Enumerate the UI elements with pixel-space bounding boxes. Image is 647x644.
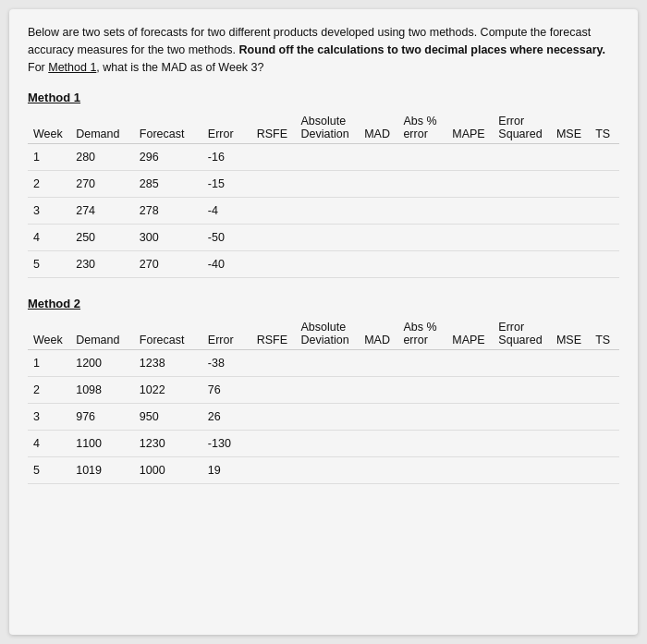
method1-cell-2-3: -15 <box>202 171 251 198</box>
method2-header-row: Week Demand Forecast Error RSFE Absolute… <box>28 318 619 350</box>
method2-cell-4-1: 1100 <box>70 431 134 457</box>
method1-cell-5-11 <box>590 251 619 278</box>
method1-th-error: Error <box>202 112 251 144</box>
method1-th-errsq: Error Squared <box>493 112 551 144</box>
method2-cell-4-11 <box>590 431 619 457</box>
method1-cell-3-3: -4 <box>202 198 251 225</box>
page: Below are two sets of forecasts for two … <box>9 9 638 635</box>
intro-paragraph: Below are two sets of forecasts for two … <box>28 24 619 76</box>
method2-cell-5-3: 19 <box>202 457 251 484</box>
method1-cell-1-7 <box>397 144 446 171</box>
method1-cell-3-0: 3 <box>28 198 70 225</box>
method2-th-mad: MAD <box>359 318 397 350</box>
method1-row-1: 1280296-16 <box>28 144 619 171</box>
method2-row-3: 397695026 <box>28 404 619 431</box>
method1-cell-4-2: 300 <box>134 225 202 251</box>
method2-cell-1-2: 1238 <box>134 350 202 377</box>
method2-cell-1-9 <box>493 350 551 377</box>
method1-cell-5-0: 5 <box>28 251 70 278</box>
method1-cell-5-2: 270 <box>134 251 202 278</box>
method1-th-forecast: Forecast <box>134 112 202 144</box>
method1-cell-1-8 <box>446 144 493 171</box>
method2-cell-3-1: 976 <box>70 404 134 431</box>
intro-method1-ref: Method 1 <box>48 61 96 74</box>
method2-cell-2-0: 2 <box>28 377 70 404</box>
method1-cell-1-4 <box>251 144 296 171</box>
method1-th-absdev: Absolute Deviation <box>296 112 360 144</box>
method1-cell-5-8 <box>446 251 493 278</box>
method1-cell-4-1: 250 <box>70 225 134 251</box>
method1-cell-2-5 <box>296 171 360 198</box>
method1-cell-5-6 <box>359 251 397 278</box>
method2-cell-2-5 <box>296 377 360 404</box>
method1-th-week: Week <box>28 112 70 144</box>
method1-table-wrapper: Week Demand Forecast Error RSFE Absolute… <box>28 112 619 278</box>
method2-row-1: 112001238-38 <box>28 350 619 377</box>
method1-cell-5-10 <box>551 251 590 278</box>
method1-cell-2-9 <box>493 171 551 198</box>
method1-tbody: 1280296-162270285-153274278-44250300-505… <box>28 144 619 278</box>
method1-cell-4-10 <box>551 225 590 251</box>
method1-cell-5-5 <box>296 251 360 278</box>
method1-cell-1-11 <box>590 144 619 171</box>
method1-cell-2-10 <box>551 171 590 198</box>
method2-cell-1-0: 1 <box>28 350 70 377</box>
method2-row-2: 21098102276 <box>28 377 619 404</box>
method2-cell-3-5 <box>296 404 360 431</box>
method1-table: Week Demand Forecast Error RSFE Absolute… <box>28 112 619 278</box>
method2-th-week: Week <box>28 318 70 350</box>
method1-th-demand: Demand <box>70 112 134 144</box>
method2-cell-3-11 <box>590 404 619 431</box>
method2-cell-1-7 <box>397 350 446 377</box>
method1-th-rsfe: RSFE <box>251 112 296 144</box>
method2-cell-3-6 <box>359 404 397 431</box>
method2-cell-4-6 <box>359 431 397 457</box>
method1-th-mse: MSE <box>551 112 590 144</box>
method1-cell-4-9 <box>493 225 551 251</box>
method1-cell-4-5 <box>296 225 360 251</box>
method2-th-abspct-line2: error <box>403 334 441 346</box>
method1-cell-3-6 <box>359 198 397 225</box>
method2-cell-1-5 <box>296 350 360 377</box>
method2-cell-3-9 <box>493 404 551 431</box>
method2-cell-2-6 <box>359 377 397 404</box>
method1-cell-3-11 <box>590 198 619 225</box>
method1-cell-3-9 <box>493 198 551 225</box>
method2-th-abspct-line1: Abs % <box>403 321 441 334</box>
method2-cell-1-8 <box>446 350 493 377</box>
method1-cell-3-8 <box>446 198 493 225</box>
method1-th-abspct: Abs % error <box>397 112 446 144</box>
method2-cell-4-10 <box>551 431 590 457</box>
method1-cell-1-0: 1 <box>28 144 70 171</box>
method2-cell-3-3: 26 <box>202 404 251 431</box>
method2-cell-4-5 <box>296 431 360 457</box>
method2-cell-2-10 <box>551 377 590 404</box>
method1-th-mad: MAD <box>359 112 397 144</box>
method1-cell-1-3: -16 <box>202 144 251 171</box>
method2-cell-2-2: 1022 <box>134 377 202 404</box>
method2-section: Method 2 Week Demand Forecast Error RSFE… <box>28 297 619 484</box>
method2-tbody: 112001238-382109810227639769502641100123… <box>28 350 619 484</box>
method1-cell-1-5 <box>296 144 360 171</box>
method1-cell-1-1: 280 <box>70 144 134 171</box>
method2-cell-3-10 <box>551 404 590 431</box>
method2-cell-4-0: 4 <box>28 431 70 457</box>
method1-cell-3-7 <box>397 198 446 225</box>
method2-table: Week Demand Forecast Error RSFE Absolute… <box>28 318 619 484</box>
method1-cell-3-1: 274 <box>70 198 134 225</box>
method1-th-abspct-line2: error <box>403 128 441 140</box>
method2-cell-5-5 <box>296 457 360 484</box>
method2-cell-1-6 <box>359 350 397 377</box>
method1-cell-2-1: 270 <box>70 171 134 198</box>
method2-cell-4-9 <box>493 431 551 457</box>
method1-cell-4-8 <box>446 225 493 251</box>
method2-cell-1-11 <box>590 350 619 377</box>
method1-header-row: Week Demand Forecast Error RSFE Absolute… <box>28 112 619 144</box>
method1-row-5: 5230270-40 <box>28 251 619 278</box>
method1-th-absdev-line2: Deviation <box>301 128 354 140</box>
method2-cell-2-4 <box>251 377 296 404</box>
method1-cell-4-11 <box>590 225 619 251</box>
method2-cell-3-7 <box>397 404 446 431</box>
method1-cell-1-10 <box>551 144 590 171</box>
method1-th-ts: TS <box>590 112 619 144</box>
